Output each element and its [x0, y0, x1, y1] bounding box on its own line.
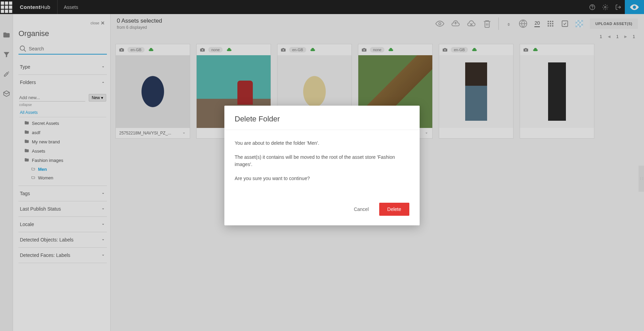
- folder-item-fashion-images[interactable]: Fashion images: [19, 156, 106, 165]
- page-last: 1: [633, 34, 635, 39]
- page-total: 1: [600, 34, 602, 39]
- asset-card[interactable]: en-GB25752218M_NAVYSI_PZ_...: [115, 44, 190, 139]
- filter-detected-faces[interactable]: Detected Faces: Labels: [18, 248, 107, 263]
- filter-folders-header[interactable]: Folders: [18, 75, 107, 90]
- svg-point-11: [605, 6, 606, 8]
- folder-label: Women: [38, 175, 53, 180]
- folders-body: New ▾ collapse All Assets Secret Assetsa…: [18, 90, 107, 186]
- rail-folder-icon[interactable]: [3, 31, 10, 39]
- chevron-down-icon: [101, 191, 106, 196]
- folder-item-assets[interactable]: Assets: [19, 146, 106, 156]
- folder-icon: [24, 130, 29, 135]
- svg-rect-2: [9, 1, 12, 5]
- svg-rect-16: [550, 21, 551, 22]
- sort-icon[interactable]: [506, 19, 512, 28]
- delete-icon[interactable]: [483, 19, 492, 28]
- background-toggle[interactable]: [575, 20, 583, 27]
- modal-body: You are about to delete the folder 'Men'…: [224, 130, 420, 196]
- filter-detected-objects[interactable]: Detected Objects: Labels: [18, 232, 107, 248]
- chevron-down-icon[interactable]: [424, 131, 429, 135]
- filter-last-publish[interactable]: Last Publish Status: [18, 201, 107, 217]
- folder-item-secret-assets[interactable]: Secret Assets: [19, 119, 106, 128]
- folder-item-my-new-brand[interactable]: My new brand: [19, 137, 106, 146]
- rail-box-icon[interactable]: [3, 90, 10, 97]
- folder-icon: [31, 167, 36, 172]
- collapse-link[interactable]: collapse: [19, 103, 106, 107]
- camera-icon: [361, 47, 367, 52]
- svg-point-13: [439, 23, 441, 25]
- camera-icon: [119, 47, 125, 52]
- asset-card[interactable]: en-GB: [439, 44, 513, 139]
- svg-point-25: [121, 49, 122, 51]
- search-icon: [19, 45, 27, 52]
- pagination: 1 ◄ 1 ► 1: [111, 33, 644, 42]
- filter-locale[interactable]: Locale: [18, 217, 107, 232]
- search-input[interactable]: [29, 46, 106, 51]
- close-panel-button[interactable]: close ✕: [18, 19, 107, 29]
- preview-icon[interactable]: [435, 19, 444, 28]
- cloud-remove-icon[interactable]: [467, 19, 476, 28]
- upload-button[interactable]: UPLOAD ASSET(S): [590, 19, 638, 29]
- locale-pill: none: [208, 47, 223, 52]
- locale-pill: none: [370, 47, 384, 52]
- chevron-down-icon[interactable]: [182, 131, 186, 135]
- delete-button[interactable]: Delete: [379, 203, 409, 216]
- svg-rect-18: [548, 23, 549, 24]
- rail-tools-icon[interactable]: [3, 70, 10, 78]
- cloud-upload-icon[interactable]: [451, 19, 460, 28]
- all-assets-link[interactable]: All Assets: [19, 110, 106, 115]
- logout-icon[interactable]: [612, 0, 625, 14]
- settings-icon[interactable]: [599, 0, 612, 14]
- page-next[interactable]: ►: [623, 34, 628, 39]
- cloud-synced-icon: [532, 47, 539, 52]
- folder-item-asdf[interactable]: asdf: [19, 128, 106, 137]
- locale-pill: en-GB: [289, 47, 306, 52]
- right-panel-handle[interactable]: [639, 166, 644, 192]
- page-prev[interactable]: ◄: [607, 34, 611, 39]
- folder-icon: [24, 148, 29, 154]
- grid-view-icon[interactable]: [547, 20, 554, 27]
- rail-filter-icon[interactable]: [3, 51, 10, 58]
- folder-item-men[interactable]: Men: [19, 165, 106, 174]
- add-folder-input[interactable]: [19, 94, 85, 102]
- folder-label: Assets: [32, 149, 45, 154]
- card-header: [520, 44, 594, 55]
- breadcrumb[interactable]: Assets: [58, 4, 84, 10]
- asset-card[interactable]: [520, 44, 594, 139]
- folder-icon: [24, 139, 29, 145]
- svg-rect-6: [1, 10, 4, 13]
- svg-point-29: [444, 49, 446, 51]
- svg-rect-20: [552, 23, 554, 24]
- new-folder-button[interactable]: New ▾: [89, 94, 106, 102]
- globe-icon[interactable]: [519, 19, 528, 28]
- cloud-synced-icon: [309, 47, 317, 52]
- app-menu-button[interactable]: [0, 0, 13, 14]
- filter-tags[interactable]: Tags: [18, 186, 107, 201]
- svg-rect-17: [552, 21, 554, 22]
- card-header: en-GB: [277, 44, 351, 55]
- close-icon: ✕: [101, 20, 105, 26]
- filter-type[interactable]: Type: [18, 59, 107, 75]
- help-icon[interactable]: [586, 0, 599, 14]
- page-size[interactable]: 20: [534, 20, 540, 27]
- folder-item-women[interactable]: Women: [19, 174, 106, 182]
- card-header: none: [358, 44, 432, 55]
- chevron-up-icon: [101, 80, 106, 85]
- camera-icon: [280, 47, 286, 52]
- modal-title: Delete Folder: [235, 115, 409, 123]
- preview-toggle[interactable]: [625, 0, 644, 14]
- svg-point-26: [202, 49, 203, 51]
- cloud-synced-icon: [147, 47, 155, 52]
- chevron-down-icon: [101, 64, 106, 69]
- folder-icon: [24, 120, 29, 126]
- card-header: none: [197, 44, 271, 55]
- svg-point-27: [283, 49, 284, 51]
- delete-folder-modal: Delete Folder You are about to delete th…: [224, 106, 420, 225]
- chevron-down-icon: [101, 206, 106, 211]
- select-all-icon[interactable]: [561, 20, 569, 27]
- cancel-button[interactable]: Cancel: [354, 206, 369, 212]
- svg-point-12: [20, 46, 25, 50]
- folder-label: Secret Assets: [32, 121, 59, 126]
- folder-label: Men: [38, 167, 47, 172]
- cloud-synced-icon: [225, 47, 233, 52]
